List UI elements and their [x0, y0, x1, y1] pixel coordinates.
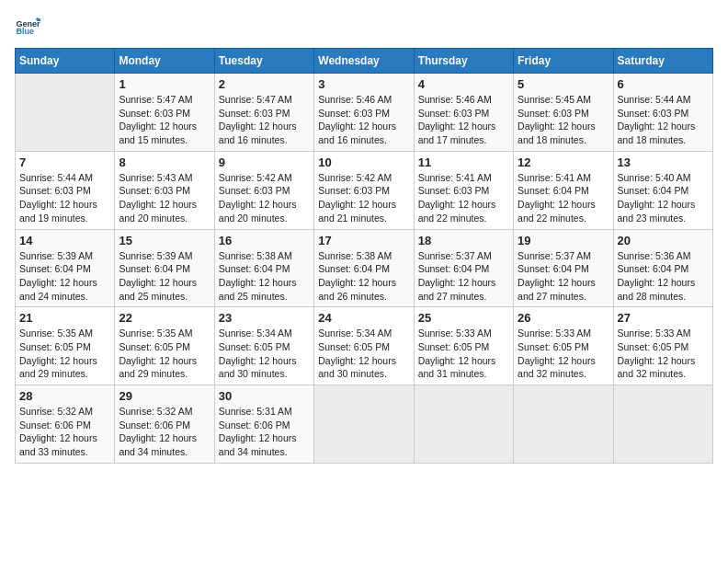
day-info: Sunrise: 5:42 AM Sunset: 6:03 PM Dayligh…: [318, 171, 409, 225]
sunset-label: Sunset: 6:04 PM: [219, 263, 290, 274]
daylight-label: Daylight: 12 hours and 29 minutes.: [19, 355, 97, 380]
calendar-table: SundayMondayTuesdayWednesdayThursdayFrid…: [15, 48, 713, 464]
calendar-cell: 8 Sunrise: 5:43 AM Sunset: 6:03 PM Dayli…: [115, 151, 214, 229]
sunrise-label: Sunrise: 5:32 AM: [119, 406, 192, 417]
sunset-label: Sunset: 6:05 PM: [618, 341, 689, 352]
daylight-label: Daylight: 12 hours and 34 minutes.: [219, 432, 297, 457]
day-number: 7: [19, 155, 110, 169]
daylight-label: Daylight: 12 hours and 25 minutes.: [219, 277, 297, 302]
sunrise-label: Sunrise: 5:45 AM: [518, 94, 591, 105]
daylight-label: Daylight: 12 hours and 29 minutes.: [119, 355, 197, 380]
calendar-cell: 5 Sunrise: 5:45 AM Sunset: 6:03 PM Dayli…: [514, 74, 613, 152]
sunset-label: Sunset: 6:04 PM: [19, 263, 91, 274]
sunset-label: Sunset: 6:03 PM: [418, 108, 490, 119]
sunrise-label: Sunrise: 5:42 AM: [219, 172, 292, 183]
calendar-cell: [314, 385, 414, 464]
day-number: 17: [318, 234, 409, 247]
sunset-label: Sunset: 6:05 PM: [219, 341, 290, 352]
calendar-cell: [613, 385, 712, 464]
calendar-cell: 27 Sunrise: 5:33 AM Sunset: 6:05 PM Dayl…: [613, 307, 712, 385]
header-wednesday: Wednesday: [314, 49, 414, 74]
day-info: Sunrise: 5:37 AM Sunset: 6:04 PM Dayligh…: [518, 249, 609, 304]
day-info: Sunrise: 5:47 AM Sunset: 6:03 PM Dayligh…: [219, 93, 310, 147]
sunrise-label: Sunrise: 5:47 AM: [119, 94, 192, 105]
daylight-label: Daylight: 12 hours and 16 minutes.: [219, 121, 297, 145]
day-number: 29: [119, 389, 210, 403]
calendar-cell: 11 Sunrise: 5:41 AM Sunset: 6:03 PM Dayl…: [414, 151, 513, 229]
sunrise-label: Sunrise: 5:41 AM: [518, 172, 591, 183]
sunrise-label: Sunrise: 5:41 AM: [418, 172, 492, 183]
daylight-label: Daylight: 12 hours and 32 minutes.: [518, 355, 596, 380]
daylight-label: Daylight: 12 hours and 22 minutes.: [418, 199, 496, 224]
sunrise-label: Sunrise: 5:46 AM: [318, 94, 392, 105]
day-info: Sunrise: 5:37 AM Sunset: 6:04 PM Dayligh…: [418, 249, 509, 304]
daylight-label: Daylight: 12 hours and 17 minutes.: [418, 121, 496, 145]
day-number: 2: [219, 77, 310, 91]
day-number: 1: [119, 77, 210, 91]
sunrise-label: Sunrise: 5:39 AM: [19, 250, 93, 261]
daylight-label: Daylight: 12 hours and 31 minutes.: [418, 355, 496, 380]
sunrise-label: Sunrise: 5:43 AM: [119, 172, 192, 183]
calendar-cell: 23 Sunrise: 5:34 AM Sunset: 6:05 PM Dayl…: [214, 307, 313, 385]
sunset-label: Sunset: 6:03 PM: [119, 185, 190, 196]
day-info: Sunrise: 5:32 AM Sunset: 6:06 PM Dayligh…: [19, 405, 110, 459]
daylight-label: Daylight: 12 hours and 32 minutes.: [618, 355, 696, 380]
sunset-label: Sunset: 6:03 PM: [518, 108, 589, 119]
sunrise-label: Sunrise: 5:37 AM: [418, 250, 492, 261]
day-info: Sunrise: 5:45 AM Sunset: 6:03 PM Dayligh…: [518, 93, 609, 147]
calendar-cell: [414, 385, 513, 464]
day-number: 21: [19, 311, 110, 325]
day-info: Sunrise: 5:33 AM Sunset: 6:05 PM Dayligh…: [418, 327, 509, 381]
svg-text:Blue: Blue: [16, 27, 34, 36]
day-info: Sunrise: 5:38 AM Sunset: 6:04 PM Dayligh…: [219, 249, 310, 304]
logo: General Blue: [15, 15, 44, 40]
sunrise-label: Sunrise: 5:34 AM: [318, 327, 392, 339]
sunrise-label: Sunrise: 5:39 AM: [119, 250, 192, 261]
sunrise-label: Sunrise: 5:44 AM: [19, 172, 93, 183]
sunset-label: Sunset: 6:04 PM: [518, 263, 589, 274]
daylight-label: Daylight: 12 hours and 28 minutes.: [618, 277, 696, 302]
sunset-label: Sunset: 6:04 PM: [318, 263, 390, 274]
calendar-cell: 3 Sunrise: 5:46 AM Sunset: 6:03 PM Dayli…: [314, 74, 414, 152]
calendar-cell: 17 Sunrise: 5:38 AM Sunset: 6:04 PM Dayl…: [314, 229, 414, 307]
day-number: 16: [219, 234, 310, 247]
sunrise-label: Sunrise: 5:40 AM: [618, 172, 691, 183]
sunset-label: Sunset: 6:03 PM: [318, 185, 390, 196]
day-number: 5: [518, 77, 609, 91]
day-info: Sunrise: 5:31 AM Sunset: 6:06 PM Dayligh…: [219, 405, 310, 459]
calendar-cell: 7 Sunrise: 5:44 AM Sunset: 6:03 PM Dayli…: [16, 151, 115, 229]
day-number: 3: [318, 77, 409, 91]
calendar-week-2: 7 Sunrise: 5:44 AM Sunset: 6:03 PM Dayli…: [16, 151, 713, 229]
calendar-week-3: 14 Sunrise: 5:39 AM Sunset: 6:04 PM Dayl…: [16, 229, 713, 307]
daylight-label: Daylight: 12 hours and 27 minutes.: [418, 277, 496, 302]
day-info: Sunrise: 5:33 AM Sunset: 6:05 PM Dayligh…: [518, 327, 609, 381]
calendar-cell: 26 Sunrise: 5:33 AM Sunset: 6:05 PM Dayl…: [514, 307, 613, 385]
sunset-label: Sunset: 6:05 PM: [318, 341, 390, 352]
calendar-cell: 12 Sunrise: 5:41 AM Sunset: 6:04 PM Dayl…: [514, 151, 613, 229]
calendar-cell: 22 Sunrise: 5:35 AM Sunset: 6:05 PM Dayl…: [115, 307, 214, 385]
calendar-cell: 29 Sunrise: 5:32 AM Sunset: 6:06 PM Dayl…: [115, 385, 214, 464]
day-info: Sunrise: 5:46 AM Sunset: 6:03 PM Dayligh…: [318, 93, 409, 147]
calendar-cell: [514, 385, 613, 464]
day-info: Sunrise: 5:43 AM Sunset: 6:03 PM Dayligh…: [119, 171, 210, 225]
calendar-cell: [16, 74, 115, 152]
calendar-cell: 14 Sunrise: 5:39 AM Sunset: 6:04 PM Dayl…: [16, 229, 115, 307]
day-number: 9: [219, 155, 310, 169]
day-number: 6: [618, 77, 709, 91]
calendar-cell: 25 Sunrise: 5:33 AM Sunset: 6:05 PM Dayl…: [414, 307, 513, 385]
sunset-label: Sunset: 6:05 PM: [119, 341, 190, 352]
daylight-label: Daylight: 12 hours and 30 minutes.: [318, 355, 396, 380]
day-number: 22: [119, 311, 210, 325]
sunset-label: Sunset: 6:06 PM: [19, 419, 91, 431]
sunset-label: Sunset: 6:06 PM: [119, 419, 190, 431]
daylight-label: Daylight: 12 hours and 20 minutes.: [219, 199, 297, 224]
sunrise-label: Sunrise: 5:33 AM: [618, 327, 691, 339]
sunset-label: Sunset: 6:03 PM: [219, 185, 290, 196]
day-info: Sunrise: 5:39 AM Sunset: 6:04 PM Dayligh…: [19, 249, 110, 304]
header: General Blue: [15, 15, 713, 40]
calendar-cell: 15 Sunrise: 5:39 AM Sunset: 6:04 PM Dayl…: [115, 229, 214, 307]
calendar-cell: 13 Sunrise: 5:40 AM Sunset: 6:04 PM Dayl…: [613, 151, 712, 229]
daylight-label: Daylight: 12 hours and 20 minutes.: [119, 199, 197, 224]
sunrise-label: Sunrise: 5:34 AM: [219, 327, 292, 339]
day-info: Sunrise: 5:46 AM Sunset: 6:03 PM Dayligh…: [418, 93, 509, 147]
